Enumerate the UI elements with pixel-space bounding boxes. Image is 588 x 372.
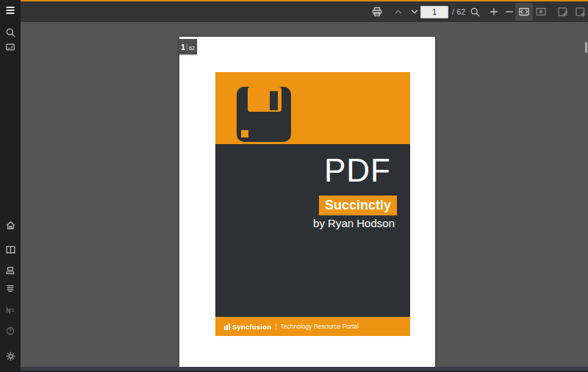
- left-sidebar: [0, 0, 21, 372]
- publisher-name: Syncfusion: [232, 323, 271, 331]
- floppy-disk-icon: [237, 87, 291, 142]
- docs-book-icon[interactable]: [1, 240, 19, 258]
- pdf-viewer-app: / 62: [0, 0, 588, 372]
- vertical-scrollbar-thumb[interactable]: [585, 42, 587, 53]
- author-byline: by Ryan Hodson: [313, 217, 395, 229]
- list-icon[interactable]: [1, 279, 19, 297]
- main-area: / 62: [21, 0, 588, 372]
- fit-page-icon[interactable]: [515, 3, 533, 21]
- page-indicator-current: 1: [181, 43, 185, 51]
- syncfusion-logo-icon: [224, 323, 231, 330]
- logo-divider: |: [275, 323, 276, 330]
- cover-top-band: [215, 72, 410, 144]
- menu-icon[interactable]: [1, 1, 19, 19]
- book-title: PDF: [324, 154, 391, 187]
- page-number-input[interactable]: [420, 6, 448, 18]
- bottom-edge-strip: [21, 367, 588, 372]
- publisher-logo: Syncfusion | Technology Resource Portal: [224, 323, 359, 331]
- home-icon[interactable]: [1, 216, 19, 234]
- add-note-icon[interactable]: [572, 3, 588, 21]
- search-icon[interactable]: [466, 3, 484, 21]
- pdf-toolbar: / 62: [21, 0, 588, 22]
- demos-icon[interactable]: [1, 262, 19, 279]
- page-indicator-divider: [187, 43, 187, 51]
- page-count-label: / 62: [452, 1, 466, 22]
- cover-body: PDF Succinctly by Ryan Hodson: [215, 144, 410, 317]
- settings-icon[interactable]: [1, 347, 19, 365]
- help-icon[interactable]: [1, 322, 19, 340]
- marquee-zoom-icon[interactable]: [532, 3, 550, 21]
- page-indicator: 1 62: [179, 39, 197, 54]
- series-badge: Succinctly: [319, 196, 397, 215]
- npm-icon[interactable]: [1, 301, 19, 319]
- viewer-canvas[interactable]: PDF Succinctly by Ryan Hodson Syncfusion: [21, 22, 588, 372]
- cover-footer-band: Syncfusion | Technology Resource Portal: [215, 317, 410, 336]
- page-indicator-total: 62: [189, 46, 195, 51]
- book-cover: PDF Succinctly by Ryan Hodson Syncfusion: [215, 72, 410, 336]
- annotation-edit-icon[interactable]: [554, 3, 572, 21]
- previous-page-icon[interactable]: [390, 3, 407, 21]
- pdf-page-1: PDF Succinctly by Ryan Hodson Syncfusion: [179, 37, 435, 372]
- publisher-tagline: Technology Resource Portal: [281, 323, 359, 330]
- thumbnails-panel-icon[interactable]: [1, 38, 19, 56]
- print-icon[interactable]: [368, 3, 386, 21]
